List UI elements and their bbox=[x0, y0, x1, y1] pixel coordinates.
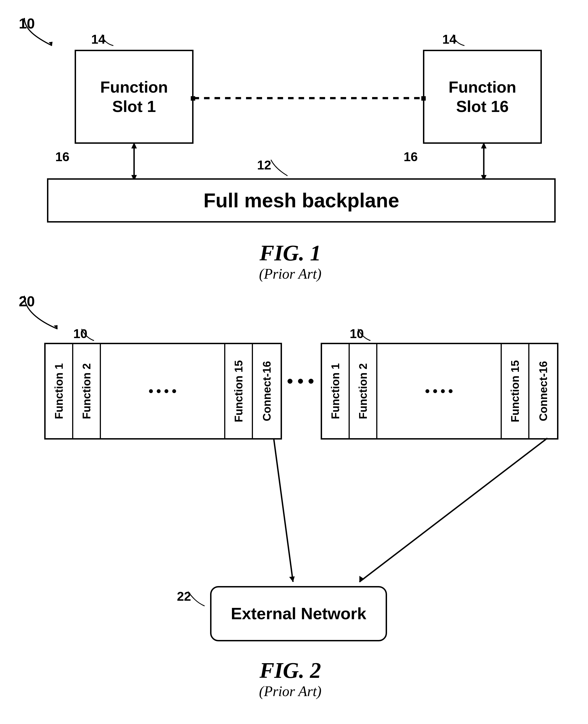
fig2-chassis1-slot16: Connect-16 bbox=[253, 344, 280, 438]
fig2-chassis2-slot15: Function 15 bbox=[502, 344, 529, 438]
fig2-chassis1-slot1: Function 1 bbox=[46, 344, 73, 438]
svg-marker-14 bbox=[359, 576, 364, 582]
dot6 bbox=[433, 389, 437, 393]
fig2-chassis2-slot1: Function 1 bbox=[322, 344, 350, 438]
fig1-arrow2-vertical bbox=[476, 142, 492, 181]
svg-marker-8 bbox=[481, 142, 486, 148]
fig2-chassis1: Function 1 Function 2 Function 15 Connec… bbox=[44, 343, 282, 440]
fig2-chassis2-slot16: Connect-16 bbox=[529, 344, 557, 438]
fig1-ref-arrow2: 16 bbox=[404, 149, 418, 164]
fig2-network-text: External Network bbox=[231, 604, 366, 624]
fig1-backplane-ref-line bbox=[257, 157, 293, 179]
fig2-caption: FIG. 2 (Prior Art) bbox=[166, 658, 415, 699]
dot5 bbox=[425, 389, 429, 393]
fig1-caption: FIG. 1 (Prior Art) bbox=[166, 240, 415, 282]
fig1-function-slot1-text: Function Slot 1 bbox=[100, 78, 168, 116]
fig1-dotted-line bbox=[193, 94, 423, 102]
fig1-ref-arrow1: 16 bbox=[55, 149, 69, 164]
fig2-chassis1-ref-line bbox=[73, 326, 101, 343]
chassis-dot1 bbox=[288, 379, 293, 384]
fig1-function-slot1-box: Function Slot 1 bbox=[75, 50, 193, 144]
fig2-chassis1-slot2-text: Function 2 bbox=[81, 363, 93, 419]
fig1-title: FIG. 1 bbox=[166, 240, 415, 266]
fig2-chassis1-slot15-text: Function 15 bbox=[232, 360, 245, 422]
fig2-chassis2-slot15-text: Function 15 bbox=[509, 360, 521, 422]
fig2-arrow-chassis1-to-network bbox=[266, 438, 298, 588]
fig2-chassis1-slot1-text: Function 1 bbox=[53, 363, 65, 419]
fig2-chassis1-slot2: Function 2 bbox=[73, 344, 101, 438]
fig1-function-slot16-box: Function Slot 16 bbox=[423, 50, 542, 144]
fig1-backplane-box: Full mesh backplane bbox=[47, 178, 556, 222]
svg-rect-3 bbox=[421, 96, 426, 101]
fig1-ref-box2-line bbox=[442, 32, 476, 48]
fig2-title: FIG. 2 bbox=[166, 658, 415, 683]
fig2-chassis2-slot2: Function 2 bbox=[350, 344, 377, 438]
fig2-arrow-chassis2-to-network bbox=[304, 438, 553, 588]
fig2-curly-arrow-main bbox=[19, 293, 68, 335]
fig2-chassis2-ref-line bbox=[350, 326, 377, 343]
dot8 bbox=[449, 389, 453, 393]
svg-marker-12 bbox=[289, 576, 295, 582]
dot2 bbox=[157, 389, 161, 393]
chassis-dot3 bbox=[309, 379, 314, 384]
fig1-arrow1-vertical bbox=[126, 142, 142, 181]
fig1-ref-box1-line bbox=[91, 32, 124, 48]
fig1-subtitle: (Prior Art) bbox=[166, 266, 415, 282]
fig1-curly-arrow-main bbox=[19, 15, 63, 51]
diagram-container: 10 14 14 Function Slot 1 Function Slot 1… bbox=[0, 0, 588, 724]
svg-line-13 bbox=[359, 438, 547, 582]
chassis-dot2 bbox=[298, 379, 303, 384]
dot7 bbox=[441, 389, 445, 393]
fig2-chassis2-slot16-text: Connect-16 bbox=[537, 361, 550, 421]
svg-rect-2 bbox=[191, 96, 195, 101]
fig1-backplane-text: Full mesh backplane bbox=[204, 189, 399, 212]
fig2-chassis1-slot16-text: Connect-16 bbox=[261, 361, 273, 421]
fig2-chassis2-slot1-text: Function 1 bbox=[329, 363, 342, 419]
fig2-network-ref-line bbox=[177, 589, 210, 608]
svg-marker-5 bbox=[131, 142, 137, 148]
dot3 bbox=[165, 389, 168, 393]
fig2-chassis1-slot15: Function 15 bbox=[225, 344, 253, 438]
svg-line-11 bbox=[274, 438, 293, 582]
fig2-chassis2-dots bbox=[377, 344, 502, 438]
fig2-subtitle: (Prior Art) bbox=[166, 683, 415, 699]
fig2-chassis2-slot2-text: Function 2 bbox=[357, 363, 369, 419]
dot4 bbox=[172, 389, 176, 393]
fig2-chassis1-dots bbox=[101, 344, 225, 438]
dot1 bbox=[149, 389, 153, 393]
fig1-function-slot16-text: Function Slot 16 bbox=[449, 78, 517, 116]
fig2-chassis-dots bbox=[288, 379, 314, 384]
fig2-chassis2: Function 1 Function 2 Function 15 Connec… bbox=[321, 343, 559, 440]
fig2-network-box: External Network bbox=[210, 586, 387, 641]
